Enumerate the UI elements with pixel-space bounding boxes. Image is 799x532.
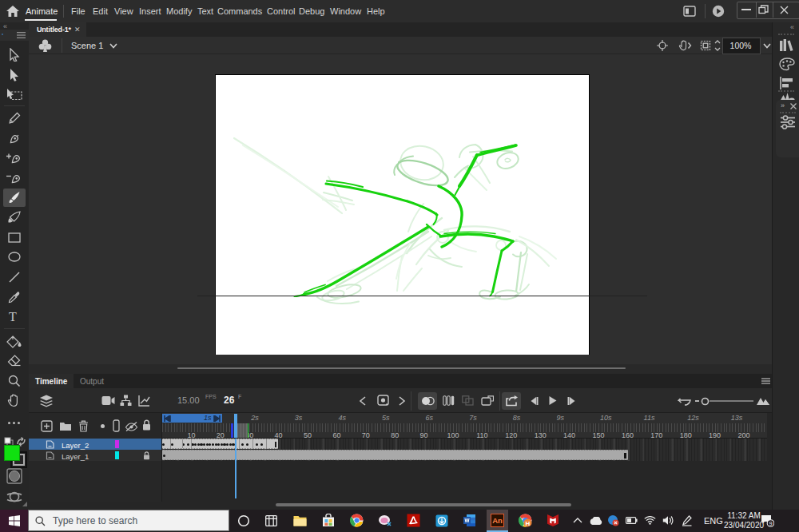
svg-text:9: 9	[769, 520, 772, 527]
svg-text:An: An	[492, 516, 503, 525]
svg-text:H: H	[526, 520, 531, 527]
